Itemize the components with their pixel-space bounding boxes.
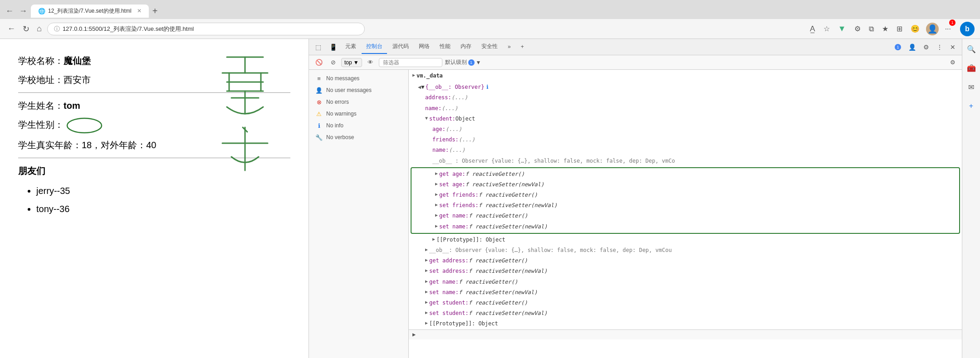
- menu-no-user-messages[interactable]: 👤 No user messages: [309, 84, 408, 96]
- close-devtools-icon[interactable]: ✕: [947, 42, 958, 53]
- set-name-row[interactable]: ▶ set name: f reactiveSetter(newVal): [412, 222, 959, 232]
- prototype2-expand[interactable]: ▶: [425, 319, 428, 327]
- device-icon[interactable]: 📱: [327, 42, 340, 53]
- default-levels-dropdown[interactable]: 默认级别 1 ▼: [445, 58, 481, 66]
- get-age-expand[interactable]: ▶: [435, 170, 438, 177]
- get-name-expand[interactable]: ▶: [435, 212, 438, 219]
- new-tab-button[interactable]: +: [151, 4, 160, 18]
- kebab-icon[interactable]: ⋮: [934, 42, 946, 53]
- prototype-expand[interactable]: ▶: [432, 236, 435, 243]
- bottom-expand-arrow[interactable]: ▶: [412, 331, 416, 338]
- prop-name[interactable]: name: (...): [409, 103, 962, 114]
- filter-input[interactable]: [379, 58, 442, 67]
- tab-performance[interactable]: 性能: [435, 40, 455, 54]
- tab-security[interactable]: 安全性: [477, 40, 502, 54]
- tab-close-icon[interactable]: ✕: [137, 8, 142, 14]
- sidebar-toolkit-icon[interactable]: 🧰: [965, 62, 978, 74]
- get-address-row[interactable]: ▶ get address: f reactiveGetter(): [409, 256, 962, 266]
- menu-no-verbose[interactable]: 🔧 No verbose: [309, 131, 408, 143]
- get-name-row[interactable]: ▶ get name: f reactiveGetter(): [412, 211, 959, 221]
- observer-down[interactable]: ▼: [421, 83, 424, 92]
- eye-button[interactable]: 👁: [365, 58, 376, 67]
- set-friends-label: set friends:: [439, 201, 479, 210]
- prototype2-row[interactable]: ▶ [[Prototype]]: Object: [409, 319, 962, 329]
- menu-no-info[interactable]: ℹ No info: [309, 120, 408, 131]
- set-friends-row[interactable]: ▶ set friends: f reactiveSetter(newVal): [412, 200, 959, 211]
- no-filter-button[interactable]: ⊘: [328, 58, 338, 67]
- tab-console[interactable]: 控制台: [362, 40, 387, 54]
- sidebar-search-icon[interactable]: 🔍: [965, 43, 978, 55]
- student-name: tom: [64, 101, 80, 111]
- sidebar-send-icon[interactable]: ✉: [965, 81, 978, 93]
- tab-new[interactable]: +: [516, 41, 529, 53]
- set-name2-row[interactable]: ▶ set name: f reactiveSetter(newVal): [409, 287, 962, 298]
- menu-no-warnings[interactable]: ⚠ No warnings: [309, 108, 408, 120]
- tab-more[interactable]: »: [503, 41, 515, 53]
- prop-student-name[interactable]: name: (...): [409, 145, 962, 155]
- address-bar[interactable]: ⓘ 127.0.0.1:5500/12_列表渲染/7.Vue.set的使用.ht…: [47, 23, 365, 35]
- set-address-expand[interactable]: ▶: [425, 267, 428, 274]
- vm-data-row[interactable]: ▶ vm._data: [409, 70, 962, 82]
- set-student-expand[interactable]: ▶: [425, 309, 428, 316]
- back-button[interactable]: ←: [4, 5, 15, 18]
- set-age-expand[interactable]: ▶: [435, 180, 438, 188]
- set-student-row[interactable]: ▶ set student: f reactiveSetter(newVal): [409, 308, 962, 319]
- prop-student[interactable]: ▼ student: Object: [409, 114, 962, 124]
- menu-no-errors[interactable]: ⊗ No errors: [309, 96, 408, 108]
- bing-button[interactable]: b: [960, 22, 975, 36]
- bookmark-button[interactable]: ☆: [822, 23, 832, 35]
- get-address-expand[interactable]: ▶: [425, 256, 428, 264]
- reload-button[interactable]: ↻: [21, 22, 31, 36]
- prototype-row[interactable]: ▶ [[Prototype]]: Object: [409, 235, 962, 245]
- set-friends-expand[interactable]: ▶: [435, 201, 438, 208]
- settings-icon[interactable]: ⚙: [921, 42, 932, 53]
- get-friends-row[interactable]: ▶ get friends: f reactiveGetter(): [412, 190, 959, 200]
- tab-memory[interactable]: 内存: [456, 40, 476, 54]
- feedback-icon[interactable]: 👤: [906, 42, 919, 53]
- forward-button[interactable]: →: [17, 5, 29, 18]
- get-age-row[interactable]: ▶ get age: f reactiveGetter(): [412, 169, 959, 179]
- set-age-row[interactable]: ▶ set age: f reactiveSetter(newVal): [412, 179, 959, 190]
- profile-avatar[interactable]: 👤: [926, 23, 939, 35]
- observer-row[interactable]: ◀ ▼ {__ob__: Observer} ℹ: [409, 82, 962, 92]
- vm-expand-arrow[interactable]: ▶: [412, 72, 415, 79]
- set-name-value: f reactiveSetter(newVal): [469, 223, 547, 231]
- get-name2-row[interactable]: ▶ get name: f reactiveGetter(): [409, 277, 962, 287]
- get-name2-expand[interactable]: ▶: [425, 278, 428, 285]
- inspect-icon[interactable]: ⬚: [313, 42, 324, 53]
- prop-address[interactable]: address: (...): [409, 92, 962, 103]
- set-address-row[interactable]: ▶ set address: f reactiveSetter(newVal): [409, 266, 962, 276]
- clear-console-button[interactable]: 🚫: [313, 58, 325, 67]
- split-screen-button[interactable]: ⧉: [867, 23, 876, 35]
- collections-button[interactable]: ⊞: [895, 23, 904, 35]
- browser-essentials-button[interactable]: 😊: [909, 23, 921, 35]
- tab-elements[interactable]: 元素: [341, 40, 361, 54]
- menu-no-messages[interactable]: ≡ No messages: [309, 73, 408, 84]
- extensions-button[interactable]: ⚙: [853, 23, 862, 35]
- back-nav-button[interactable]: ←: [5, 22, 17, 35]
- address-label: 学校地址：: [18, 75, 64, 85]
- get-student-expand[interactable]: ▶: [425, 299, 428, 306]
- set-name2-expand[interactable]: ▶: [425, 288, 428, 295]
- favorites-button[interactable]: ★: [880, 23, 890, 35]
- tab-sources[interactable]: 源代码: [388, 40, 413, 54]
- vue-extension-icon[interactable]: ▼: [836, 22, 848, 35]
- translate-button[interactable]: A̲: [808, 22, 817, 35]
- set-name-expand[interactable]: ▶: [435, 223, 438, 230]
- get-student-row[interactable]: ▶ get student: f reactiveGetter(): [409, 298, 962, 308]
- home-button[interactable]: ⌂: [35, 22, 44, 35]
- top-dropdown[interactable]: top ▼: [341, 58, 362, 67]
- sidebar-add-icon[interactable]: +: [965, 100, 978, 112]
- devtools-tabs: ⬚ 📱 元素 控制台 源代码 网络 性能 内存 安全性 » + 1 👤 ⚙ ⋮ …: [309, 39, 962, 55]
- active-tab[interactable]: 🌐 12_列表渲染/7.Vue.set的使用.html ✕: [31, 5, 149, 18]
- console-settings-button[interactable]: ⚙: [947, 58, 958, 67]
- student-expand[interactable]: ▼: [425, 115, 428, 122]
- prop-friends[interactable]: friends: (...): [409, 135, 962, 145]
- prop-age[interactable]: age: (...): [409, 124, 962, 135]
- get-friends-expand[interactable]: ▶: [435, 191, 438, 198]
- observer-expand[interactable]: ◀: [418, 83, 421, 92]
- ob-row2[interactable]: ▶ __ob__: Observer {value: {…}, shallow:…: [409, 245, 962, 256]
- prop-ob[interactable]: __ob__ : Observer {value: {…}, shallow: …: [409, 156, 962, 166]
- tab-network[interactable]: 网络: [414, 40, 434, 54]
- ob2-expand[interactable]: ▶: [425, 246, 428, 253]
